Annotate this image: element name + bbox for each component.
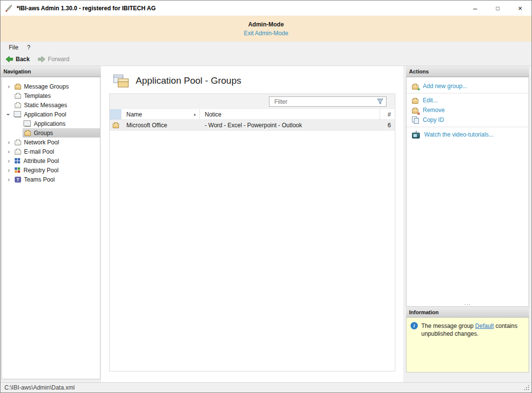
sidebar-item-applications[interactable]: Applications [2, 119, 100, 128]
sidebar-item-attribute-pool[interactable]: › Attribute Pool [2, 156, 100, 165]
row-name: Microsoft Office [121, 120, 200, 130]
actions-panel: Add new group... Edit... Remove Copy ID [406, 77, 529, 307]
row-notice: - Word - Excel - Powerpoint - Outlook [200, 120, 380, 130]
navigation-tree: › Message Groups Templates [1, 77, 100, 379]
maximize-button[interactable]: □ [486, 0, 509, 16]
sidebar-item-application-pool[interactable]: › Application Pool [2, 110, 100, 119]
chevron-spacer [15, 120, 23, 128]
action-edit[interactable]: Edit... [407, 95, 529, 105]
message-groups-icon [15, 85, 21, 90]
close-button[interactable]: × [509, 0, 532, 16]
teams-pool-icon [15, 177, 21, 183]
forward-label: Forward [48, 56, 70, 63]
sidebar-item-templates[interactable]: Templates [2, 91, 100, 100]
admin-mode-title: Admin-Mode [248, 21, 284, 28]
table-row[interactable]: Microsoft Office - Word - Excel - Powerp… [110, 120, 395, 131]
app-logo-icon [4, 4, 13, 13]
back-button[interactable]: Back [5, 56, 30, 63]
window-title: *IBI-aws Admin 1.30.0 - registered for I… [17, 5, 464, 12]
window-controls: – □ × [464, 0, 532, 16]
groups-icon [24, 131, 31, 136]
forward-arrow-icon [38, 56, 46, 63]
filter-row [110, 94, 395, 109]
sidebar-item-email-pool[interactable]: › E-mail Pool [2, 147, 100, 156]
statusbar-path: C:\IBI-aws\Admin\Data.xml [4, 384, 74, 391]
copy-id-icon [412, 116, 418, 123]
minimize-button[interactable]: – [464, 0, 486, 16]
information-panel: i The message group Default contains unp… [406, 318, 529, 372]
sidebar-item-registry-pool[interactable]: › Registry Pool [2, 165, 100, 175]
chevron-right-icon[interactable]: › [5, 176, 13, 184]
title-bar: *IBI-aws Admin 1.30.0 - registered for I… [0, 0, 532, 16]
admin-mode-banner: Admin-Mode Exit Admin-Mode [0, 16, 532, 42]
exit-admin-mode-link[interactable]: Exit Admin-Mode [244, 30, 289, 37]
action-add-new-group[interactable]: Add new group... [407, 81, 529, 91]
forward-button[interactable]: Forward [38, 56, 70, 63]
filter-input[interactable] [274, 98, 377, 105]
status-bar: C:\IBI-aws\Admin\Data.xml [0, 382, 532, 393]
row-count: 6 [380, 120, 395, 130]
page-title-row: Application Pool - Groups [101, 66, 403, 93]
group-row-icon [113, 123, 119, 128]
chevron-right-icon[interactable]: › [5, 83, 13, 91]
attribute-pool-icon [15, 158, 21, 164]
name-column-header[interactable]: Name ▲ [121, 109, 200, 119]
sidebar-item-teams-pool[interactable]: › Teams Pool [2, 175, 100, 184]
info-icon: i [411, 322, 418, 329]
actions-header: Actions [406, 66, 529, 77]
email-pool-icon [15, 150, 21, 155]
groups-table: Name ▲ Notice # Microsoft Office - Word … [109, 93, 395, 371]
chevron-right-icon[interactable]: › [5, 166, 13, 174]
chevron-spacer [5, 92, 13, 100]
filter-field[interactable] [269, 96, 387, 107]
table-header: Name ▲ Notice # [110, 109, 395, 120]
action-watch-video-tutorials[interactable]: Watch the video-tutorials... [407, 129, 529, 140]
information-text: The message group Default contains unpub… [421, 322, 525, 338]
app-window: *IBI-aws Admin 1.30.0 - registered for I… [0, 0, 532, 393]
back-arrow-icon [5, 56, 13, 63]
menu-file[interactable]: File [4, 43, 23, 52]
page-title: Application Pool - Groups [136, 75, 241, 86]
resize-grip-icon[interactable] [524, 385, 530, 391]
count-column-header[interactable]: # [380, 109, 395, 119]
static-messages-icon [15, 103, 21, 108]
information-header: Information [406, 307, 529, 318]
add-group-icon [412, 85, 418, 90]
toolbar: Back Forward [0, 53, 532, 66]
main-area: Navigation › Message Groups Templates [0, 66, 532, 382]
edit-group-icon [412, 99, 418, 104]
menu-bar: File ? [0, 42, 532, 53]
sidebar-item-static-messages[interactable]: Static Messages [2, 100, 100, 110]
action-copy-id[interactable]: Copy ID [407, 115, 529, 125]
chevron-right-icon[interactable]: › [5, 139, 13, 146]
filter-icon[interactable] [377, 98, 384, 105]
navigation-column: Navigation › Message Groups Templates [0, 66, 101, 382]
applications-icon [24, 122, 31, 127]
action-remove[interactable]: Remove [407, 105, 529, 115]
navigation-header: Navigation [0, 66, 101, 77]
chevron-spacer [15, 129, 23, 137]
video-tutorials-icon [412, 133, 420, 139]
network-pool-icon [15, 140, 21, 145]
actions-splitter[interactable]: ... [407, 301, 529, 305]
sidebar-item-groups[interactable]: Groups [2, 128, 100, 138]
groups-page-icon [112, 73, 129, 89]
right-column: Actions Add new group... Edit... Remove [405, 66, 532, 382]
chevron-spacer [5, 101, 13, 109]
back-label: Back [16, 56, 30, 63]
separator [407, 93, 529, 93]
templates-icon [15, 94, 21, 99]
notice-column-header[interactable]: Notice [200, 109, 380, 119]
application-pool-icon [15, 113, 21, 117]
chevron-right-icon[interactable]: › [5, 148, 13, 156]
chevron-down-icon[interactable]: › [5, 111, 13, 118]
content-area: Application Pool - Groups Name ▲ [101, 66, 403, 382]
sidebar-item-message-groups[interactable]: › Message Groups [2, 82, 100, 91]
sidebar-item-network-pool[interactable]: › Network Pool [2, 138, 100, 147]
registry-pool-icon [15, 167, 21, 173]
menu-help[interactable]: ? [23, 43, 35, 52]
default-group-link[interactable]: Default [475, 323, 494, 329]
sort-ascending-icon: ▲ [193, 113, 196, 116]
chevron-right-icon[interactable]: › [5, 157, 13, 165]
icon-column-header[interactable] [110, 109, 121, 119]
